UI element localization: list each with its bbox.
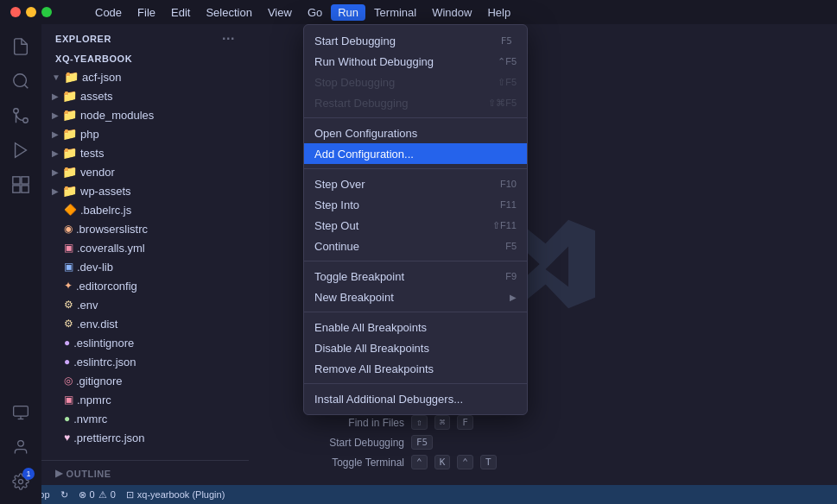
menu-item-run-without-debugging[interactable]: Run Without Debugging ⌃F5 (304, 51, 527, 72)
separator-4 (304, 312, 527, 312)
menu-section-2: Open Configurations Add Configuration... (304, 121, 527, 166)
separator-5 (304, 383, 527, 384)
menu-item-remove-all-breakpoints[interactable]: Remove All Breakpoints (304, 358, 527, 379)
menu-section-1: Start Debugging F5 Run Without Debugging… (304, 28, 527, 115)
dropdown-overlay: Start Debugging F5 Run Without Debugging… (0, 0, 837, 504)
separator-1 (304, 117, 527, 118)
menu-item-stop-debugging: Stop Debugging ⇧F5 (304, 72, 527, 92)
menu-item-restart-debugging: Restart Debugging ⇧⌘F5 (304, 92, 527, 113)
menu-item-continue[interactable]: Continue F5 (304, 236, 527, 256)
separator-2 (304, 168, 527, 169)
menu-item-install-debuggers[interactable]: Install Additional Debuggers... (304, 388, 527, 409)
menu-section-4: Toggle Breakpoint F9 New Breakpoint ▶ (304, 264, 527, 309)
menu-item-open-configurations[interactable]: Open Configurations (304, 123, 527, 143)
menu-item-step-into[interactable]: Step Into F11 (304, 194, 527, 215)
run-dropdown-menu: Start Debugging F5 Run Without Debugging… (303, 24, 528, 415)
menu-item-step-over[interactable]: Step Over F10 (304, 173, 527, 194)
menu-section-5: Enable All Breakpoints Disable All Break… (304, 315, 527, 381)
menu-item-disable-all-breakpoints[interactable]: Disable All Breakpoints (304, 337, 527, 358)
menu-item-add-configuration[interactable]: Add Configuration... (304, 143, 527, 164)
menu-item-enable-all-breakpoints[interactable]: Enable All Breakpoints (304, 317, 527, 337)
separator-3 (304, 261, 527, 261)
menu-item-step-out[interactable]: Step Out ⇧F11 (304, 215, 527, 236)
menu-item-start-debugging[interactable]: Start Debugging F5 (304, 30, 527, 51)
menu-section-3: Step Over F10 Step Into F11 Step Out ⇧F1… (304, 172, 527, 258)
submenu-arrow-icon: ▶ (510, 293, 517, 302)
menu-item-new-breakpoint[interactable]: New Breakpoint ▶ (304, 287, 527, 307)
menu-section-6: Install Additional Debuggers... (304, 387, 527, 411)
menu-item-toggle-breakpoint[interactable]: Toggle Breakpoint F9 (304, 266, 527, 287)
